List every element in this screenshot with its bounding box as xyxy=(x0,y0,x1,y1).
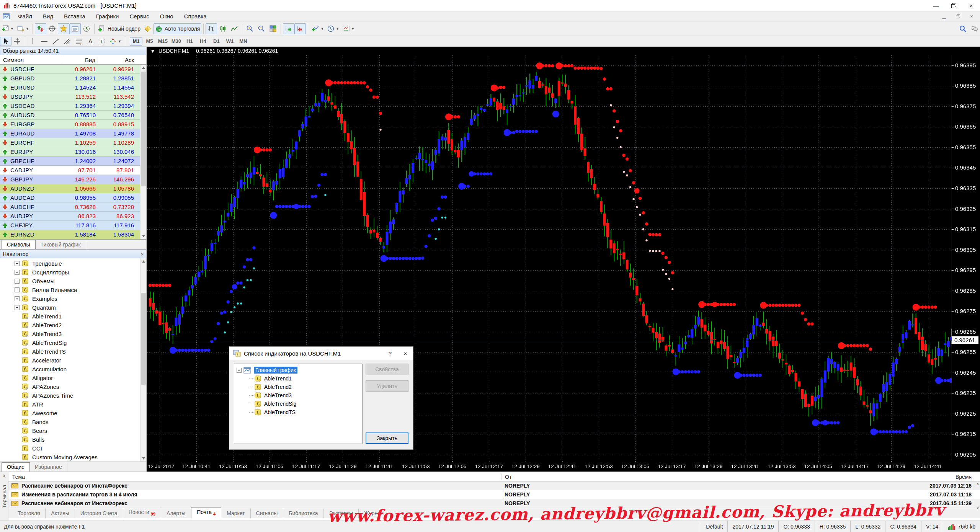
timeframe-M5[interactable]: M5 xyxy=(143,37,156,46)
templates-button[interactable]: ▼ xyxy=(341,23,356,34)
terminal-tab-Библиотека[interactable]: Библиотека xyxy=(283,509,323,518)
child-minimize-button[interactable]: ▁ xyxy=(937,13,951,20)
expand-icon[interactable]: + xyxy=(15,296,20,301)
arrows-tool-button[interactable]: ▼ xyxy=(108,37,123,46)
candlestick-chart-button[interactable] xyxy=(217,23,229,34)
tab-Символы[interactable]: Символы xyxy=(2,240,36,250)
tab-Общие[interactable]: Общие xyxy=(2,462,30,472)
search-button[interactable] xyxy=(957,23,969,34)
navigator-item-Bands[interactable]: f Bands xyxy=(0,418,146,426)
autotrading-button[interactable]: aАвто-торговля xyxy=(154,23,201,34)
zoom-out-button[interactable] xyxy=(256,23,267,34)
navigator-item-AbleTrend2[interactable]: f AbleTrend2 xyxy=(0,321,146,330)
market-watch-row-AUDJPY[interactable]: AUDJPY 86.823 86.923 xyxy=(0,212,146,221)
expand-icon[interactable]: + xyxy=(15,270,20,275)
market-watch-row-GBPCHF[interactable]: GBPCHF 1.24002 1.24072 xyxy=(0,157,146,166)
market-watch-row-AUDUSD[interactable]: AUDUSD 0.76510 0.76540 xyxy=(0,111,146,120)
navigator-item-Accumulation[interactable]: f Accumulation xyxy=(0,365,146,374)
text-tool-button[interactable]: A xyxy=(85,37,96,46)
terminal-tab-История-Счета[interactable]: История Счета xyxy=(75,509,123,518)
col-bid[interactable]: Бид xyxy=(64,57,98,63)
market-watch-row-EURJPY[interactable]: EURJPY 130.016 130.046 xyxy=(0,147,146,157)
menu-Файл[interactable]: Файл xyxy=(13,12,38,20)
market-watch-row-CHFJPY[interactable]: CHFJPY 117.816 117.916 xyxy=(0,221,146,230)
col-symbol[interactable]: Символ xyxy=(0,57,64,63)
new-chart-button[interactable]: ▼ xyxy=(0,23,15,34)
menu-Справка[interactable]: Справка xyxy=(179,12,212,20)
market-watch-row-EURNZD[interactable]: EURNZD 1.58184 1.58304 xyxy=(0,230,146,239)
market-watch-row-EURAUD[interactable]: EURAUD 1.49708 1.49778 xyxy=(0,129,146,138)
menu-Сервис[interactable]: Сервис xyxy=(124,12,154,20)
terminal-scrollbar[interactable]: ∧∨ xyxy=(973,481,980,510)
market-watch-row-AUDNZD[interactable]: AUDNZD 1.05666 1.05786 xyxy=(0,184,146,193)
market-watch-row-EURUSD[interactable]: EURUSD 1.14524 1.14554 xyxy=(0,83,146,92)
market-watch-row-CADJPY[interactable]: CADJPY 87.701 87.801 xyxy=(0,166,146,175)
tab-Избранное[interactable]: Избранное xyxy=(30,463,67,472)
timeframe-M1[interactable]: M1 xyxy=(130,37,142,46)
timeframe-M15[interactable]: M15 xyxy=(157,37,169,46)
terminal-strip[interactable]: x Терминал xyxy=(0,472,8,521)
dialog-help-button[interactable]: ? xyxy=(382,350,398,357)
timeframe-W1[interactable]: W1 xyxy=(224,37,236,46)
text-label-tool-button[interactable]: T xyxy=(96,37,108,46)
market-watch-row-USDJPY[interactable]: USDJPY 113.512 113.542 xyxy=(0,92,146,101)
equidistant-channel-tool-button[interactable]: E xyxy=(62,37,73,46)
horizontal-line-tool-button[interactable] xyxy=(39,37,50,46)
zoom-in-button[interactable] xyxy=(244,23,256,34)
timeframe-D1[interactable]: D1 xyxy=(210,37,223,46)
close-dialog-button[interactable]: Закрыть xyxy=(366,432,408,444)
market-watch-button[interactable] xyxy=(35,23,46,34)
dialog-indicator-list[interactable]: − Главный график f AbleTrend1 f AbleTren… xyxy=(234,364,363,444)
market-watch-row-GBPUSD[interactable]: GBPUSD 1.28821 1.28851 xyxy=(0,74,146,83)
col-subject[interactable]: Тема xyxy=(8,474,501,480)
metaeditor-button[interactable] xyxy=(142,23,154,34)
menu-Вставка[interactable]: Вставка xyxy=(59,12,91,20)
terminal-tab-Торговля[interactable]: Торговля xyxy=(12,509,46,518)
navigator-item-CCI[interactable]: f CCI xyxy=(0,444,146,453)
child-close-button[interactable]: × xyxy=(965,13,978,20)
profiles-button[interactable]: ▼ xyxy=(15,23,31,34)
terminal-close-icon[interactable]: x xyxy=(0,473,8,478)
navigator-item-Alligator[interactable]: f Alligator xyxy=(0,374,146,382)
navigator-item-APAZones-Time[interactable]: f APAZones Time xyxy=(0,391,146,400)
dialog-close-button[interactable]: × xyxy=(398,350,413,357)
timeframe-M30[interactable]: M30 xyxy=(170,37,183,46)
mail-row[interactable]: Изменения в расписании торгов 3 и 4 июля… xyxy=(8,490,980,499)
tab-Тиковый график[interactable]: Тиковый график xyxy=(36,240,86,249)
vertical-line-tool-button[interactable] xyxy=(27,37,39,46)
scroll-down-icon[interactable] xyxy=(140,233,146,239)
navigator-item-AbleTrendSig[interactable]: f AbleTrendSig xyxy=(0,338,146,347)
navigator-item-ATR[interactable]: f ATR xyxy=(0,400,146,409)
navigator-item-Custom-Moving-Averages[interactable]: f Custom Moving Averages xyxy=(0,453,146,462)
bar-chart-button[interactable] xyxy=(206,23,217,34)
terminal-tab-Почта[interactable]: Почта 4 xyxy=(191,507,221,519)
navigator-item-Bears[interactable]: f Bears xyxy=(0,426,146,435)
delete-button[interactable]: Удалить xyxy=(366,380,408,392)
navigator-group-Трендовые[interactable]: + f Трендовые xyxy=(0,259,146,268)
terminal-button[interactable] xyxy=(69,23,81,34)
navigator-group-Quantum[interactable]: + f Quantum xyxy=(0,303,146,312)
expand-icon[interactable]: + xyxy=(15,305,20,310)
navigator-button[interactable] xyxy=(58,23,69,34)
timeframe-H4[interactable]: H4 xyxy=(197,37,209,46)
chat-button[interactable] xyxy=(969,23,980,34)
dialog-item-main-chart[interactable]: − Главный график xyxy=(236,366,361,374)
navigator-group-Объемы[interactable]: + f Объемы xyxy=(0,277,146,286)
navigator-item-Awesome[interactable]: f Awesome xyxy=(0,409,146,418)
terminal-tab-Маркет[interactable]: Маркет xyxy=(221,509,250,518)
indicators-button[interactable]: ▼ xyxy=(310,23,325,34)
col-ask[interactable]: Аск xyxy=(98,57,136,63)
menu-Окно[interactable]: Окно xyxy=(155,12,179,20)
crosshair-tool-button[interactable] xyxy=(11,37,23,46)
navigator-item-Accelerator[interactable]: f Accelerator xyxy=(0,356,146,365)
properties-button[interactable]: Свойства xyxy=(366,364,408,375)
mail-row[interactable]: Расписание вебинаров от ИнстаФорекс NORE… xyxy=(8,481,980,490)
trendline-tool-button[interactable] xyxy=(50,37,62,46)
navigator-item-APAZones[interactable]: f APAZones xyxy=(0,382,146,391)
timeframe-H1[interactable]: H1 xyxy=(183,37,196,46)
timeframe-MN[interactable]: MN xyxy=(237,37,250,46)
chart-shift-button[interactable] xyxy=(294,23,306,34)
market-watch-row-EURGBP[interactable]: EURGBP 0.88885 0.88915 xyxy=(0,120,146,129)
minimize-button[interactable]: — xyxy=(927,0,945,11)
fibonacci-tool-button[interactable]: F xyxy=(73,37,85,46)
